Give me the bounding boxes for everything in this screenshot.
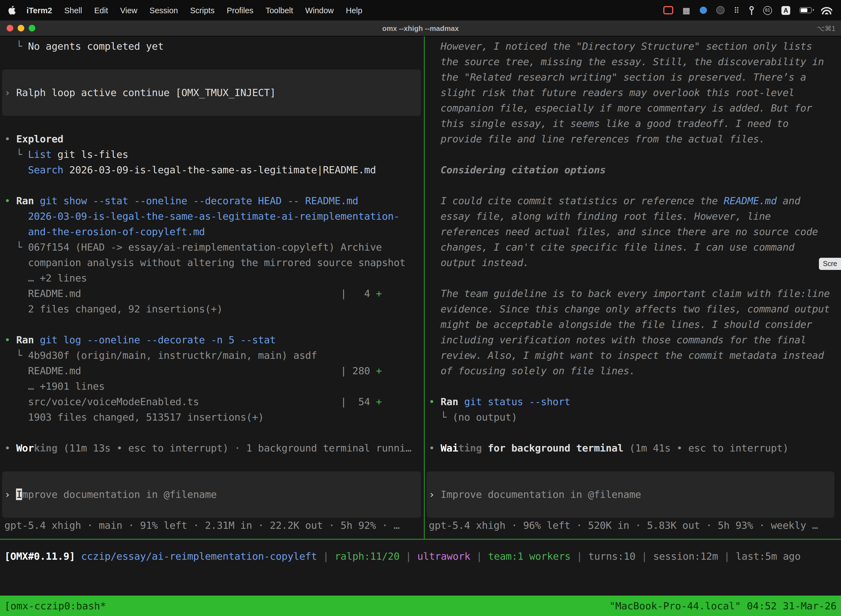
text-segment: … +2 lines (4, 272, 87, 284)
text-segment: README.md | 280 (4, 365, 376, 377)
screen-recording-icon[interactable] (663, 6, 673, 14)
text-segment: › (429, 488, 441, 500)
menu-session[interactable]: Session (144, 6, 184, 15)
text-segment: git log --oneline --decorate -n 5 --stat (40, 334, 275, 346)
right-pane[interactable]: However, I noticed the "Directory Struct… (425, 37, 841, 539)
text-segment: README.md | 4 (4, 287, 376, 299)
blank-line (4, 456, 424, 471)
omx-status-bar: [OMX#0.11.9] cczip/essay/ai-reimplementa… (0, 540, 841, 595)
text-segment: king (34, 442, 58, 454)
text-segment: mprove documentation in @filename (22, 488, 217, 500)
text-segment: slight risk that future readers may over… (429, 87, 794, 98)
menu-view[interactable]: View (114, 6, 143, 15)
terminal-line: evidence. Since this change only affects… (429, 301, 841, 317)
text-segment: (11m 13s • esc to interrupt) · 1 backgro… (57, 442, 411, 454)
blank-line (429, 270, 841, 286)
text-segment: and-the-erosion-of-copyleft.md (28, 226, 205, 238)
blank-line (4, 317, 424, 332)
zoom-button[interactable] (29, 25, 35, 31)
apple-logo-icon[interactable] (8, 6, 16, 15)
menu-profiles[interactable]: Profiles (221, 6, 259, 15)
traffic-lights (7, 21, 35, 36)
text-segment: Improve documentation in @filename (441, 488, 641, 500)
terminal-line: including verification notes with those … (429, 332, 841, 348)
text-segment: | (317, 550, 335, 562)
text-segment: evidence. Since this change only affects… (429, 303, 830, 315)
text-segment: cczip/essay/ai-reimplementation-copyleft (81, 550, 317, 562)
prompt-input[interactable]: › Improve documentation in @filename (2, 471, 421, 518)
menu-help[interactable]: Help (340, 6, 369, 15)
text-segment: • (429, 442, 441, 454)
terminal-line: └ 4b9d30f (origin/main, instructkr/main,… (4, 348, 424, 363)
text-segment (4, 226, 28, 238)
blank-line (429, 456, 841, 471)
text-segment: └ (4, 349, 28, 361)
close-button[interactable] (7, 25, 13, 31)
text-segment: └ (4, 241, 28, 253)
text-segment: Explored (16, 133, 63, 145)
ralph-inject-banner[interactable]: › Ralph loop active continue [OMX_TMUX_I… (2, 70, 421, 116)
text-segment: provide file and line references from th… (429, 133, 765, 145)
menu-toolbelt[interactable]: Toolbelt (259, 6, 299, 15)
text-segment: Wai (441, 442, 458, 454)
input-line: › Improve documentation in @filename (429, 487, 641, 502)
key-icon[interactable] (749, 6, 754, 15)
text-segment: 1903 files changed, 513517 insertions(+) (4, 411, 264, 423)
blank-line (4, 178, 424, 193)
dots-grid-icon[interactable]: ⠿ (734, 6, 740, 15)
menu-iterm2[interactable]: iTerm2 (21, 6, 58, 15)
menu-window[interactable]: Window (299, 6, 340, 15)
battery-icon[interactable] (800, 7, 812, 13)
text-segment: 2026-03-09-is-legal-the-same-as-legitima… (28, 210, 400, 222)
terminal-line: … +1901 lines (4, 378, 424, 394)
input-line: › Improve documentation in @filename (4, 487, 217, 502)
terminal-line: 2 files changed, 92 insertions(+) (4, 301, 424, 317)
text-segment: … +1901 lines (4, 380, 105, 392)
blank-line (4, 54, 424, 70)
text-segment: + (376, 396, 382, 407)
terminal-line: of focusing solely on file lines. (429, 363, 841, 378)
window-title-bar[interactable]: omx --xhigh --madmax ⌥⌘1 (0, 21, 841, 37)
terminal-line: The team guideline is to back every impo… (429, 286, 841, 301)
terminal-line: I could cite commit statistics or refere… (429, 193, 841, 209)
text-segment: Search (28, 164, 63, 176)
text-segment: └ (429, 411, 453, 423)
terminal-line: 1903 files changed, 513517 insertions(+) (4, 409, 424, 425)
wifi-icon[interactable] (821, 6, 832, 14)
text-segment (4, 164, 28, 176)
text-segment: › (4, 87, 16, 98)
terminal-line: and-the-erosion-of-copyleft.md (4, 224, 424, 239)
text-segment: | (571, 550, 588, 562)
text-segment: However, I noticed the "Directory Struct… (429, 40, 812, 52)
terminal-line: • Ran git log --oneline --decorate -n 5 … (4, 332, 424, 348)
input-source-icon[interactable]: A (781, 6, 790, 15)
menu-shell[interactable]: Shell (58, 6, 88, 15)
window-manager-icon[interactable]: ▦ (682, 5, 690, 15)
battery-percent-icon[interactable]: 61 (763, 6, 772, 15)
text-segment: I could cite commit statistics or refere… (429, 195, 724, 207)
text-segment: changes, I can't cite specific file line… (429, 241, 794, 253)
text-segment: output instead. (429, 257, 529, 268)
text-segment: review. Also, I might want to inspect th… (429, 349, 824, 361)
menu-scripts[interactable]: Scripts (184, 6, 221, 15)
text-segment: gpt-5.4 xhigh · main · 91% left · 2.31M … (4, 519, 400, 531)
text-segment: the source tree, missing the essay. Stil… (429, 56, 824, 67)
dark-app-icon[interactable] (716, 6, 724, 14)
window-shortcut: ⌥⌘1 (817, 24, 835, 32)
text-segment: the "Related research writing" section i… (429, 71, 806, 83)
left-pane[interactable]: └ No agents completed yet› Ralph loop ac… (0, 37, 424, 539)
menu-edit[interactable]: Edit (88, 6, 114, 15)
tmux-status-bar: [omx-cczip0:bash* "MacBook-Pro-44.local"… (0, 595, 841, 616)
prompt-input[interactable]: › Improve documentation in @filename (426, 471, 834, 518)
text-segment: team:1 workers (488, 550, 571, 562)
text-segment: • (4, 334, 16, 346)
text-segment: 2 files changed, 92 insertions(+) (4, 303, 223, 315)
minimize-button[interactable] (18, 25, 24, 31)
terminal-line: provide file and line references from th… (429, 131, 841, 147)
blue-app-icon[interactable] (699, 7, 707, 14)
text-segment: | (470, 550, 488, 562)
terminal-line: • Waiting for background terminal (1m 41… (429, 440, 841, 456)
omx-status-line: [OMX#0.11.9] cczip/essay/ai-reimplementa… (4, 549, 841, 564)
text-segment: List (28, 148, 52, 160)
blank-line (429, 378, 841, 394)
